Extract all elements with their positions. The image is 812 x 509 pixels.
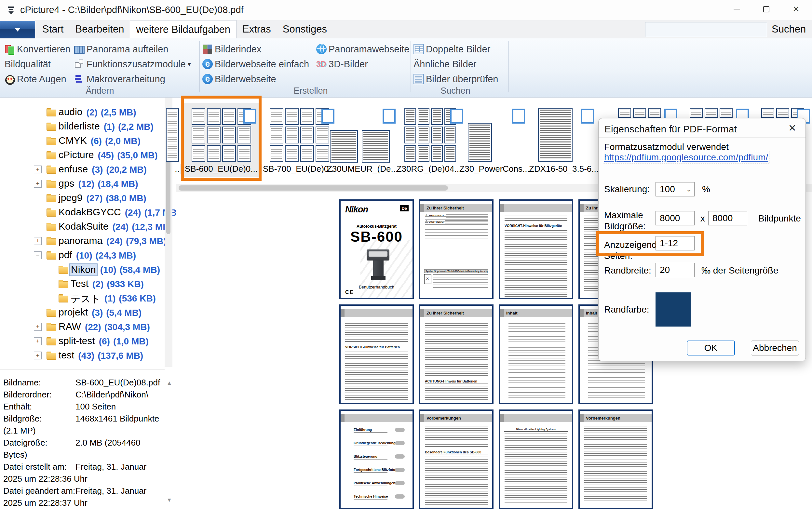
text-lines	[345, 321, 408, 343]
search-input[interactable]	[645, 22, 767, 37]
tab-weitere-bildaufgaben[interactable]: weitere Bildaufgaben	[130, 20, 237, 38]
ribbon-button-rote-augen[interactable]: Rote Augen	[5, 73, 66, 85]
ribbon-button-makroverarbeitung[interactable]: Makroverarbeitung	[74, 73, 165, 85]
tree-toggle[interactable]: +	[34, 323, 42, 331]
dialog-close-icon[interactable]: ✕	[788, 122, 797, 134]
tree-toggle[interactable]: +	[34, 166, 42, 173]
tree-item[interactable]: projekt (3) (5,4 MB)	[0, 306, 165, 320]
folder-size: (2,5 MB)	[101, 107, 136, 118]
tab-bearbeiten[interactable]: Bearbeiten	[69, 20, 130, 38]
ribbon-button-bildqualität[interactable]: Bildqualität	[5, 58, 51, 70]
ribbon-button-3d-bilder[interactable]: 3D-Bilder	[316, 58, 368, 70]
thumbnail-caption[interactable]: Z30RG_(De)04....	[391, 164, 469, 174]
tree-item[interactable]: − pdf (10) (24,3 MB)	[0, 248, 165, 263]
folder-size: (58,4 MB)	[120, 265, 160, 275]
folder-size: (20,2 MB)	[106, 165, 146, 175]
tree-item[interactable]: cPicture (45) (35,0 MB)	[0, 148, 165, 163]
section-row: Blitzsteuerung	[353, 454, 402, 462]
tree-item[interactable]: + panorama (24) (79,3 MB)	[0, 234, 165, 248]
tree-item[interactable]: audio (2) (2,5 MB)	[0, 105, 165, 120]
tree-item[interactable]: テスト (1) (536 KB)	[0, 292, 165, 306]
tree-toggle[interactable]: +	[34, 180, 42, 188]
text-lines	[588, 387, 645, 399]
thumbnail-checkbox[interactable]	[512, 109, 525, 124]
mini-page	[418, 108, 430, 125]
ribbon-button-doppelte-bilder[interactable]: Doppelte Bilder	[413, 43, 490, 55]
mini-page	[404, 108, 416, 125]
ribbon-button-konvertieren[interactable]: Konvertieren	[5, 43, 70, 55]
page-heading: Inhalt	[586, 311, 597, 315]
tree-item[interactable]: + split-test (6) (1,0 MB)	[0, 334, 165, 349]
thumbnail-caption[interactable]: ZDX16-50_3.5-6...	[528, 164, 600, 174]
app-menu-button[interactable]	[0, 21, 35, 38]
folder-size: (536 KB)	[119, 293, 156, 304]
pdf-page-safety: Zu Ihrer Sicherheit⚠VORSICHT⚠ACHTUNGSymb…	[419, 199, 494, 299]
tree-item[interactable]: + enfuse (3) (20,2 MB)	[0, 163, 165, 177]
ribbon-button-funktionszusatzmodule[interactable]: Funktionszusatzmodule ▾	[74, 58, 191, 70]
folder-count: (6)	[99, 336, 110, 347]
folder-icon	[46, 253, 56, 260]
tree-item[interactable]: Test (2) (933 KB)	[0, 277, 165, 292]
cancel-button[interactable]: Abbrechen	[751, 341, 799, 355]
thumbnail-caption[interactable]: Z30_PowerCons...	[458, 164, 531, 174]
tree-item[interactable]: Nikon (10) (58,4 MB)	[0, 263, 165, 277]
ce-mark: CE	[345, 290, 354, 295]
ok-button[interactable]: OK	[687, 341, 735, 355]
tree-toggle[interactable]: +	[34, 237, 42, 245]
border-width-field[interactable]: 20	[655, 263, 695, 277]
minimize-button[interactable]	[728, 2, 746, 16]
tree-toggle[interactable]: −	[34, 251, 42, 259]
tree-toggle[interactable]: +	[34, 351, 42, 360]
tree-toggle[interactable]: +	[34, 337, 42, 345]
horizontal-scrollbar-thumb[interactable]	[179, 185, 448, 191]
tree-item[interactable]: CMYK (6) (2,0 MB)	[0, 134, 165, 148]
tab-extras[interactable]: Extras	[237, 20, 277, 38]
section-tab-pill	[395, 468, 405, 472]
info-scroll-down-icon[interactable]: ▼	[167, 497, 172, 504]
thumbnail-checkbox[interactable]	[382, 109, 396, 124]
ribbon-button-panoramawebseite[interactable]: Panoramawebseite	[316, 43, 409, 55]
ribbon-button-bilderindex[interactable]: Bilderindex	[202, 43, 261, 55]
tree-item[interactable]: jpeg9 (27) (38,0 MB)	[0, 191, 165, 206]
page-heading-bar	[500, 204, 572, 212]
tree-item[interactable]: KodakSuite (24) (12,3 MB)	[0, 220, 165, 234]
info-scroll-up-icon[interactable]: ▲	[167, 380, 172, 386]
border-color-swatch[interactable]	[655, 293, 691, 327]
section-tab-pill	[395, 454, 405, 459]
ribbon-button-bilderwebseite[interactable]: Bilderwebseite	[202, 73, 276, 85]
thumbnail-checkbox[interactable]	[322, 109, 334, 124]
thumbnail-checkbox[interactable]	[581, 109, 594, 124]
folder-size: (2,0 MB)	[105, 136, 140, 146]
pdfium-link[interactable]: https://pdfium.googlesource.com/pdfium/	[604, 152, 768, 163]
ribbon-button-panorama-aufteilen[interactable]: Panorama aufteilen	[74, 43, 169, 55]
tab-sonstiges[interactable]: Sonstiges	[277, 20, 333, 38]
tree-item[interactable]: KodakBGYCC (24) (1,7 MB)	[0, 206, 165, 220]
ribbon-button-ähnliche-bilder[interactable]: Ähnliche Bilder	[413, 58, 476, 70]
info-label: Enthält:	[3, 401, 75, 413]
tree-item[interactable]: bilderliste (1) (2,2 MB)	[0, 120, 165, 134]
folder-count: (6)	[91, 136, 102, 146]
maximize-button[interactable]	[757, 2, 776, 16]
chevron-down-icon: ⌄	[686, 185, 691, 193]
scaling-label: Skalierung:	[604, 184, 650, 195]
page-subheading: Besondere Funktionen des SB-600	[425, 450, 488, 454]
close-button[interactable]: ✕	[787, 2, 806, 16]
search-label[interactable]: Suchen	[772, 24, 806, 35]
application-window: cPicture4 - C:\Bilder\pdf\Nikon\SB-600_E…	[0, 0, 812, 509]
tree-item[interactable]: + gps (12) (18,4 MB)	[0, 177, 165, 191]
text-lines	[425, 235, 488, 240]
max-width-field[interactable]: 8000	[655, 211, 695, 226]
ribbon-button-bilderwebseite-einfach[interactable]: Bilderwebseite einfach	[202, 58, 309, 70]
tree-item[interactable]: + test (43) (137,6 MB)	[0, 349, 165, 363]
scaling-select[interactable]: 100 ⌄	[655, 182, 695, 197]
tree-item[interactable]: + RAW (22) (304,3 MB)	[0, 320, 165, 334]
page-heading: Inhalt	[506, 311, 517, 315]
ribbon-button-bilder-überprüfen[interactable]: Bilder überprüfen	[413, 73, 498, 85]
tab-start[interactable]: Start	[36, 20, 69, 38]
folder-size: (18,4 MB)	[98, 179, 138, 189]
thumbnail-checkbox[interactable]	[450, 109, 463, 124]
folder-size: (304,3 MB)	[104, 322, 150, 332]
language-badge: De	[400, 205, 409, 211]
thumbnail-caption[interactable]: Z30UMEUR_(De...	[324, 164, 401, 174]
max-height-field[interactable]: 8000	[708, 211, 747, 226]
